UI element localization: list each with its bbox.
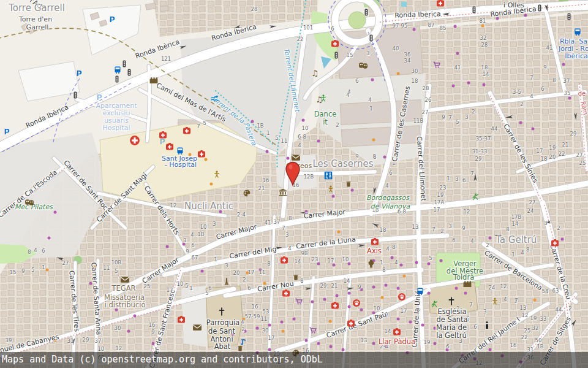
shop-poi-dot[interactable] — [421, 324, 424, 327]
traffic-icon[interactable] — [123, 60, 126, 67]
shop-poi-dot[interactable] — [400, 264, 403, 267]
shop-poi-dot[interactable] — [311, 301, 314, 304]
firstaid-icon[interactable] — [331, 39, 339, 48]
shop-poi-dot[interactable] — [524, 14, 527, 17]
shop-poi-dot[interactable] — [259, 269, 262, 272]
amenity-poi-dot[interactable] — [246, 272, 249, 275]
amenity-poi-dot[interactable] — [46, 269, 49, 272]
bus-icon[interactable] — [417, 288, 424, 296]
shop-poi-dot[interactable] — [89, 282, 92, 285]
firstaid-icon[interactable] — [347, 319, 355, 328]
amenity-poi-dot[interactable] — [403, 275, 406, 278]
shop-poi-dot[interactable] — [446, 348, 449, 351]
parking-icon[interactable]: P — [75, 69, 83, 77]
shop-poi-dot[interactable] — [232, 333, 235, 336]
paw-icon[interactable] — [398, 293, 406, 301]
shop-poi-dot[interactable] — [256, 327, 259, 330]
shop-poi-dot[interactable] — [305, 339, 308, 342]
shop-poi-dot[interactable] — [54, 211, 57, 214]
amenity-poi-dot[interactable] — [243, 318, 246, 321]
museum-icon[interactable] — [279, 188, 288, 196]
shop-poi-dot[interactable] — [562, 63, 565, 66]
amphora-icon[interactable] — [368, 259, 374, 269]
shop-poi-dot[interactable] — [333, 264, 336, 267]
firstaid-icon[interactable] — [393, 328, 401, 336]
shop-poi-dot[interactable] — [372, 312, 375, 315]
traffic-icon[interactable] — [567, 13, 571, 20]
shop-poi-dot[interactable] — [391, 256, 394, 259]
shop-poi-dot[interactable] — [397, 287, 400, 290]
cart-icon[interactable] — [295, 299, 303, 305]
parking-icon[interactable]: P — [108, 15, 116, 23]
palette-icon[interactable] — [243, 190, 251, 197]
firstaid-icon[interactable] — [371, 237, 379, 246]
shop-poi-dot[interactable] — [434, 342, 437, 345]
shop-poi-dot[interactable] — [385, 284, 388, 287]
amenity-poi-dot[interactable] — [337, 231, 341, 234]
shop-poi-dot[interactable] — [489, 237, 492, 240]
amenity-poi-dot[interactable] — [481, 25, 484, 28]
amenity-poi-dot[interactable] — [372, 139, 375, 142]
shop-poi-dot[interactable] — [532, 128, 535, 131]
shop-poi-dot[interactable] — [519, 121, 522, 125]
cart-icon[interactable] — [433, 62, 441, 69]
shop-poi-dot[interactable] — [360, 288, 363, 291]
osm-map-viewport[interactable]: Maps and Data (c) openstreetmap.org and … — [0, 0, 588, 368]
amenity-poi-dot[interactable] — [381, 296, 384, 299]
bus-icon[interactable] — [574, 28, 581, 36]
shop-poi-dot[interactable] — [152, 342, 155, 345]
envelope-icon[interactable] — [121, 277, 130, 283]
person-icon[interactable] — [327, 185, 334, 193]
dance-icon[interactable] — [320, 94, 327, 102]
castle-icon[interactable] — [149, 76, 159, 83]
hospital-icon[interactable] — [130, 136, 140, 146]
shop-poi-dot[interactable] — [336, 294, 339, 297]
firstaid-icon[interactable] — [183, 126, 191, 135]
shop-poi-dot[interactable] — [413, 28, 416, 31]
person-icon[interactable] — [213, 171, 221, 178]
runner-icon[interactable] — [471, 193, 478, 201]
shop-poi-dot[interactable] — [454, 25, 457, 28]
shop-poi-dot[interactable] — [317, 140, 320, 143]
cart-icon[interactable] — [309, 328, 317, 334]
shop-poi-dot[interactable] — [383, 156, 386, 159]
traffic-icon[interactable] — [74, 91, 77, 99]
firstaid-icon[interactable] — [177, 315, 186, 324]
shop-poi-dot[interactable] — [360, 309, 363, 312]
amenity-poi-dot[interactable] — [205, 158, 208, 161]
shop-poi-dot[interactable] — [496, 17, 499, 20]
shop-poi-dot[interactable] — [428, 292, 431, 295]
shop-poi-dot[interactable] — [330, 345, 333, 348]
paw-icon[interactable] — [353, 299, 361, 307]
trash-icon[interactable] — [346, 181, 352, 188]
bus-icon[interactable] — [176, 147, 184, 155]
shop-poi-dot[interactable] — [561, 238, 564, 241]
shop-poi-dot[interactable] — [467, 82, 470, 85]
shop-poi-dot[interactable] — [251, 120, 254, 123]
shop-poi-dot[interactable] — [372, 342, 375, 345]
shop-poi-dot[interactable] — [266, 150, 269, 153]
trash-icon[interactable] — [238, 345, 243, 352]
shop-poi-dot[interactable] — [464, 292, 467, 295]
traffic-icon[interactable] — [364, 9, 368, 16]
shop-poi-dot[interactable] — [434, 327, 437, 330]
shop-poi-dot[interactable] — [201, 270, 204, 273]
shop-poi-dot[interactable] — [287, 157, 290, 160]
shop-poi-dot[interactable] — [183, 243, 186, 246]
cross-icon[interactable] — [448, 297, 455, 306]
traffic-icon[interactable] — [115, 75, 119, 83]
shop-poi-dot[interactable] — [377, 204, 380, 207]
parking-icon[interactable]: P — [3, 128, 11, 136]
amenity-poi-dot[interactable] — [94, 266, 97, 269]
firstaid-icon[interactable] — [282, 289, 290, 297]
shop-poi-dot[interactable] — [351, 189, 354, 192]
traffic-icon[interactable] — [127, 69, 131, 76]
shop-poi-dot[interactable] — [348, 305, 351, 309]
amenity-poi-dot[interactable] — [329, 320, 332, 323]
shop-poi-dot[interactable] — [323, 298, 326, 301]
shop-poi-dot[interactable] — [385, 315, 388, 318]
shop-poi-dot[interactable] — [385, 345, 388, 348]
shop-poi-dot[interactable] — [483, 83, 486, 86]
shop-poi-dot[interactable] — [452, 85, 455, 88]
shop-poi-dot[interactable] — [293, 318, 296, 321]
